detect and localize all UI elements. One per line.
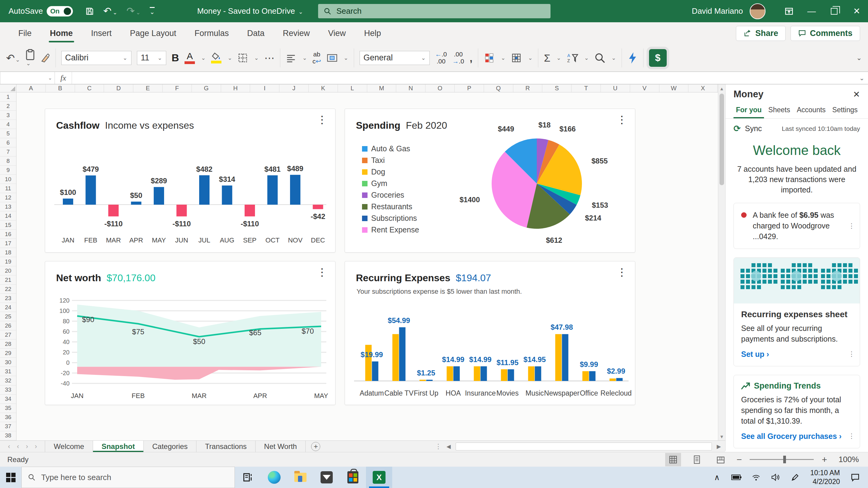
ribbon-tab-page-layout[interactable]: Page Layout [121, 22, 185, 44]
sync-button[interactable]: Sync [745, 124, 762, 133]
sheet-tab-snapshot[interactable]: Snapshot [93, 441, 144, 452]
ribbon-tab-home[interactable]: Home [41, 22, 82, 44]
column-header-K[interactable]: K [309, 85, 338, 92]
column-header-E[interactable]: E [133, 85, 162, 92]
sheet-tab-welcome[interactable]: Welcome [45, 441, 93, 452]
pane-tab-settings[interactable]: Settings [831, 102, 859, 118]
column-header-W[interactable]: W [659, 85, 689, 92]
row-header-10[interactable]: 10 [0, 175, 16, 184]
scroll-left-icon[interactable]: ◀ [445, 443, 453, 450]
pane-tab-for-you[interactable]: For you [735, 102, 763, 118]
format-as-table-button[interactable] [511, 53, 522, 63]
row-header-20[interactable]: 20 [0, 266, 16, 275]
row-header-16[interactable]: 16 [0, 230, 16, 239]
merge-center-button[interactable] [327, 53, 338, 63]
row-header-23[interactable]: 23 [0, 294, 16, 303]
increase-decimal-button[interactable]: .00→.0 [452, 51, 464, 64]
row-header-21[interactable]: 21 [0, 275, 16, 284]
row-header-28[interactable]: 28 [0, 339, 16, 348]
document-title[interactable]: Money - Saved to OneDrive ⌄ [189, 6, 311, 16]
column-header-J[interactable]: J [279, 85, 309, 92]
column-header-M[interactable]: M [367, 85, 397, 92]
row-header-3[interactable]: 3 [0, 111, 16, 120]
file-explorer-button[interactable] [287, 467, 313, 488]
ribbon-tab-file[interactable]: File [9, 22, 41, 44]
column-header-H[interactable]: H [221, 85, 250, 92]
kebab-menu-icon[interactable]: ⋮ [848, 350, 855, 358]
pane-tab-accounts[interactable]: Accounts [796, 102, 827, 118]
ribbon-tab-formulas[interactable]: Formulas [185, 22, 238, 44]
row-header-24[interactable]: 24 [0, 303, 16, 312]
user-name[interactable]: David Mariano [692, 6, 743, 16]
row-header-27[interactable]: 27 [0, 330, 16, 339]
row-header-25[interactable]: 25 [0, 312, 16, 321]
row-header-17[interactable]: 17 [0, 239, 16, 248]
conditional-formatting-button[interactable] [484, 53, 495, 63]
mail-button[interactable] [313, 467, 340, 488]
comments-button[interactable]: Comments [790, 26, 860, 41]
ribbon-tab-help[interactable]: Help [355, 22, 391, 44]
zoom-level[interactable]: 100% [835, 455, 859, 464]
normal-view-button[interactable] [665, 453, 681, 466]
row-header-2[interactable]: 2 [0, 101, 16, 111]
row-header-32[interactable]: 32 [0, 376, 16, 385]
scroll-up-icon[interactable]: ▲ [718, 85, 725, 92]
name-box[interactable]: ⌄ [0, 72, 55, 84]
scroll-down-icon[interactable]: ▼ [718, 432, 725, 440]
row-header-35[interactable]: 35 [0, 404, 16, 413]
recurring-chart-card[interactable]: Recurring Expenses$194.07 Your subscript… [345, 261, 635, 405]
decrease-decimal-button[interactable]: ←.0.00 [435, 51, 447, 64]
row-header-9[interactable]: 9 [0, 165, 16, 175]
format-painter-button[interactable] [40, 53, 50, 63]
paste-button[interactable]: ⌄ [26, 49, 35, 67]
row-header-8[interactable]: 8 [0, 156, 16, 165]
action-center-button[interactable] [847, 467, 864, 488]
column-header-L[interactable]: L [338, 85, 367, 92]
taskbar-clock[interactable]: 10:10 AM 4/2/2020 [806, 468, 844, 486]
minimize-button[interactable]: — [800, 0, 823, 22]
setup-link[interactable]: Set up › [741, 350, 852, 359]
ribbon-tab-view[interactable]: View [319, 22, 355, 44]
column-header-R[interactable]: R [513, 85, 542, 92]
page-break-view-button[interactable] [713, 453, 728, 466]
row-header-37[interactable]: 37 [0, 422, 16, 431]
row-header-5[interactable]: 5 [0, 129, 16, 138]
ribbon-tab-data[interactable]: Data [238, 22, 274, 44]
column-header-D[interactable]: D [104, 85, 133, 92]
column-header-Q[interactable]: Q [484, 85, 513, 92]
sort-filter-button[interactable]: AZ [567, 53, 578, 63]
column-header-P[interactable]: P [455, 85, 484, 92]
store-button[interactable] [340, 467, 366, 488]
row-header-7[interactable]: 7 [0, 147, 16, 156]
prev-sheet-button[interactable]: ‹ [17, 443, 19, 451]
row-header-12[interactable]: 12 [0, 193, 16, 202]
recurring-sheet-card[interactable]: Recurring expenses sheet See all of your… [734, 257, 860, 366]
row-header-11[interactable]: 11 [0, 184, 16, 193]
column-header-O[interactable]: O [426, 85, 455, 92]
analyze-data-button[interactable] [627, 52, 638, 64]
save-button[interactable] [85, 7, 94, 16]
bold-button[interactable]: B [172, 52, 179, 64]
autosum-button[interactable]: Σ [544, 53, 550, 63]
row-header-18[interactable]: 18 [0, 248, 16, 257]
page-layout-view-button[interactable] [689, 453, 705, 466]
row-header-13[interactable]: 13 [0, 202, 16, 211]
sheet-tab-net-worth[interactable]: Net Worth [255, 441, 306, 452]
task-view-button[interactable] [235, 467, 261, 488]
horizontal-scrollbar[interactable] [456, 443, 712, 451]
battery-button[interactable] [728, 467, 745, 488]
column-header-T[interactable]: T [571, 85, 601, 92]
borders-button[interactable] [238, 53, 248, 63]
zoom-in-button[interactable]: + [822, 454, 827, 465]
autosave-toggle[interactable]: AutoSave On [8, 6, 73, 17]
column-header-C[interactable]: C [75, 85, 104, 92]
row-header-22[interactable]: 22 [0, 284, 16, 294]
zoom-out-button[interactable]: − [737, 454, 742, 465]
wifi-button[interactable] [747, 467, 765, 488]
networth-chart-card[interactable]: Net worth$70,176.00 ⋮ 120100806040200-20… [45, 261, 336, 405]
next-sheet-button[interactable]: › [26, 443, 28, 451]
excel-taskbar-button[interactable]: X [366, 467, 392, 488]
taskbar-search[interactable]: Type here to search [21, 467, 235, 488]
close-pane-button[interactable]: ✕ [853, 89, 860, 99]
zoom-slider-thumb[interactable] [783, 456, 786, 463]
